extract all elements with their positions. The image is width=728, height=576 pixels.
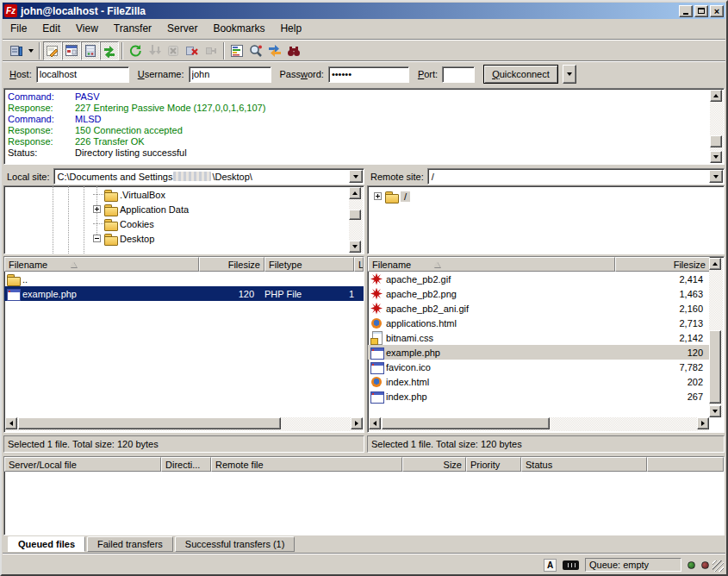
close-button[interactable]: ×: [710, 5, 724, 17]
toggle-queue-button[interactable]: [100, 41, 119, 60]
remote-site-dropdown[interactable]: [709, 170, 723, 183]
collapse-icon[interactable]: [93, 235, 101, 242]
menu-file[interactable]: File: [3, 21, 34, 36]
column-header-size[interactable]: Size: [402, 457, 466, 472]
reconnect-button[interactable]: [202, 41, 221, 60]
find-files-button[interactable]: [284, 41, 303, 60]
site-manager-button[interactable]: [7, 41, 26, 60]
resize-grip[interactable]: [712, 560, 724, 572]
tree-item-desktop[interactable]: Desktop: [4, 231, 364, 246]
file-row-selected[interactable]: example.php120: [368, 345, 710, 360]
tree-item-virtualbox[interactable]: .VirtualBox: [4, 187, 364, 202]
sort-ascending-icon: [70, 261, 77, 267]
status-bar: A Queue: empty: [3, 555, 725, 574]
local-site-combobox[interactable]: C:\Documents and Settings\Desktop\: [53, 168, 364, 185]
local-path-prefix: C:\Documents and Settings: [58, 172, 173, 182]
refresh-button[interactable]: [126, 41, 145, 60]
file-row[interactable]: applications.html2,713: [368, 316, 710, 330]
menu-bar: File Edit View Transfer Server Bookmarks…: [3, 20, 725, 37]
folder-icon: [103, 217, 118, 231]
remote-site-combobox[interactable]: /: [427, 168, 725, 185]
local-tree-scrollbar[interactable]: [349, 187, 363, 253]
remote-horizontal-scrollbar[interactable]: [369, 417, 709, 431]
menu-help[interactable]: Help: [272, 21, 309, 36]
file-row[interactable]: index.php267: [368, 389, 710, 404]
site-manager-dropdown[interactable]: [26, 41, 36, 60]
maximize-button[interactable]: [694, 5, 708, 17]
file-row[interactable]: apache_pb2_ani.gif2,160: [368, 301, 710, 316]
scrollbar-thumb[interactable]: [349, 210, 361, 220]
tab-failed-transfers[interactable]: Failed transfers: [87, 536, 173, 552]
disconnect-button[interactable]: [183, 41, 202, 60]
tree-item-application-data[interactable]: Application Data: [4, 202, 364, 216]
app-icon[interactable]: Fz: [4, 4, 17, 17]
column-header-status[interactable]: Status: [521, 457, 647, 472]
column-header-filler: [647, 457, 724, 472]
scrollbar-thumb[interactable]: [382, 417, 550, 429]
local-horizontal-scrollbar[interactable]: [5, 417, 363, 431]
filter-button[interactable]: [227, 41, 246, 60]
local-site-dropdown[interactable]: [349, 170, 363, 183]
column-header-filetype[interactable]: Filetype: [264, 257, 354, 272]
menu-server[interactable]: Server: [159, 21, 205, 36]
speed-limit-icon[interactable]: [563, 560, 579, 570]
toggle-local-tree-button[interactable]: [62, 41, 81, 60]
username-input[interactable]: [189, 66, 271, 83]
menu-edit[interactable]: Edit: [34, 21, 68, 36]
password-input[interactable]: [328, 66, 409, 83]
css-file-icon: [370, 331, 384, 345]
quickconnect-bar: Host: Username: Password: Port: Quickcon…: [3, 62, 725, 86]
file-row[interactable]: apache_pb2.png1,463: [368, 286, 710, 301]
local-tree-pane: Local site: C:\Documents and Settings\De…: [3, 167, 364, 254]
tab-successful-transfers[interactable]: Successful transfers (1): [175, 536, 296, 552]
column-header-filesize[interactable]: Filesize: [615, 257, 710, 272]
host-input[interactable]: [36, 66, 129, 83]
apache-file-icon: [370, 302, 384, 316]
menu-transfer[interactable]: Transfer: [106, 21, 159, 36]
synchronized-browsing-button[interactable]: [265, 41, 284, 60]
column-header-filesize[interactable]: Filesize: [199, 257, 264, 272]
remote-vertical-scrollbar[interactable]: [709, 258, 723, 417]
column-header-direction[interactable]: Directi...: [161, 457, 211, 472]
column-header-last-modified[interactable]: L: [354, 257, 364, 272]
tab-queued-files[interactable]: Queued files: [8, 536, 85, 552]
file-row-example-php[interactable]: example.php 120 PHP File 1: [4, 286, 364, 301]
column-header-server-local-file[interactable]: Server/Local file: [4, 457, 161, 472]
column-header-remote-file[interactable]: Remote file: [211, 457, 402, 472]
quickconnect-button[interactable]: Quickconnect: [483, 65, 558, 84]
queue-header: Server/Local file Directi... Remote file…: [4, 457, 724, 472]
file-row[interactable]: bitnami.css2,142: [368, 330, 710, 345]
data-type-indicator-icon[interactable]: A: [544, 559, 557, 572]
column-header-filename[interactable]: Filename: [368, 257, 615, 272]
queue-status-panel: Queue: empty: [585, 558, 681, 572]
scrollbar-thumb[interactable]: [710, 135, 722, 147]
menu-bookmarks[interactable]: Bookmarks: [205, 21, 272, 36]
toggle-remote-tree-button[interactable]: [81, 41, 100, 60]
quickconnect-dropdown[interactable]: [563, 65, 576, 84]
scrollbar-thumb[interactable]: [18, 417, 281, 429]
column-header-filename[interactable]: Filename: [4, 257, 199, 272]
tree-item-root[interactable]: /: [368, 189, 724, 203]
expand-icon[interactable]: [93, 205, 101, 213]
process-queue-button[interactable]: [145, 41, 164, 60]
file-row[interactable]: favicon.ico7,782: [368, 360, 710, 374]
expand-icon[interactable]: [374, 192, 382, 200]
file-row[interactable]: apache_pb2.gif2,414: [368, 272, 710, 286]
column-header-priority[interactable]: Priority: [466, 457, 521, 472]
message-log-icon: [46, 44, 59, 58]
file-row[interactable]: index.html202: [368, 374, 710, 389]
cancel-button[interactable]: [164, 41, 183, 60]
scrollbar-thumb[interactable]: [709, 330, 721, 404]
divider: [3, 553, 725, 554]
minimize-button[interactable]: [679, 5, 693, 17]
toggle-message-log-button[interactable]: [43, 41, 62, 60]
compare-directories-button[interactable]: [246, 41, 265, 60]
log-line: Command:MLSD: [8, 114, 706, 125]
disconnect-icon: [185, 44, 199, 58]
file-row-parent-dir[interactable]: ..: [4, 272, 364, 286]
log-scrollbar[interactable]: [710, 90, 724, 163]
menu-view[interactable]: View: [68, 21, 106, 36]
tree-item-cookies[interactable]: Cookies: [4, 216, 364, 231]
port-input[interactable]: [442, 66, 475, 83]
local-path-suffix: \Desktop\: [212, 172, 252, 182]
